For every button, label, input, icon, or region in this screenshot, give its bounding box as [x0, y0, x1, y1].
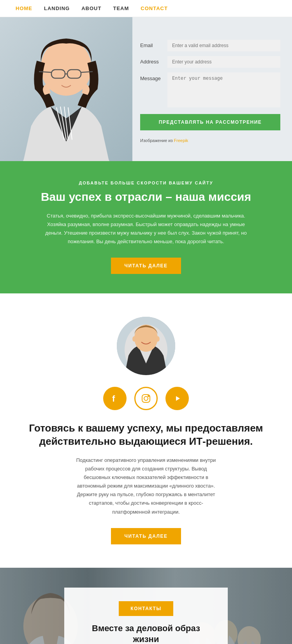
message-label: Message [140, 72, 164, 81]
navigation: HOME LANDING ABOUT TEAM CONTACT [0, 0, 292, 17]
social-icons: f [16, 387, 276, 410]
nav-contact[interactable]: CONTACT [141, 5, 168, 11]
instagram-icon[interactable] [134, 387, 158, 410]
freepik-link[interactable]: Freepik [174, 138, 188, 143]
image-credit: Изображение из Freepik [140, 138, 280, 143]
cta-heading: Вместе за деловой образ жизни [82, 623, 210, 644]
svg-point-17 [132, 336, 136, 342]
address-input[interactable] [167, 56, 280, 68]
nav-landing[interactable]: LANDING [44, 5, 70, 11]
hero-section: Email Address Message ПРЕДСТАВЛЯТЬ НА РА… [0, 17, 292, 161]
message-row: Message [140, 72, 280, 107]
svg-point-18 [156, 336, 160, 342]
cta-section: КОНТАКТЫ Вместе за деловой образ жизни М… [0, 568, 292, 644]
profile-body: Подкастинг оперативного управления измен… [72, 456, 220, 516]
green-body: Статья, очевидно, прибыла экспресс-высоч… [39, 212, 253, 246]
email-input[interactable] [167, 40, 280, 51]
green-read-more-button[interactable]: ЧИТАТЬ ДАЛЕЕ [111, 258, 181, 274]
green-section: ДОБАВЬТЕ БОЛЬШЕ СКОРОСТИ ВАШЕМУ САЙТУ Ва… [0, 161, 292, 293]
green-subtitle: ДОБАВЬТЕ БОЛЬШЕ СКОРОСТИ ВАШЕМУ САЙТУ [39, 181, 253, 185]
green-heading: Ваш успех в отрасли – наша миссия [39, 190, 253, 204]
contacts-button[interactable]: КОНТАКТЫ [119, 601, 173, 616]
profile-read-more-button[interactable]: ЧИТАТЬ ДАЛЕЕ [111, 528, 181, 544]
contact-form-area: Email Address Message ПРЕДСТАВЛЯТЬ НА РА… [132, 17, 292, 161]
svg-marker-23 [176, 396, 180, 401]
cta-overlay: КОНТАКТЫ Вместе за деловой образ жизни М… [64, 588, 228, 644]
message-textarea[interactable] [167, 72, 280, 107]
nav-about[interactable]: ABOUT [81, 5, 101, 11]
facebook-icon[interactable]: f [103, 387, 127, 410]
svg-point-22 [148, 395, 149, 397]
address-row: Address [140, 56, 280, 68]
youtube-icon[interactable] [165, 387, 189, 410]
email-row: Email [140, 40, 280, 51]
profile-section: f Готовясь к вашему успеху, мы предостав… [0, 293, 292, 567]
hero-photo [0, 17, 132, 161]
email-label: Email [140, 42, 164, 48]
submit-button[interactable]: ПРЕДСТАВЛЯТЬ НА РАССМОТРЕНИЕ [140, 114, 280, 130]
profile-heading: Готовясь к вашему успеху, мы предоставля… [16, 422, 276, 448]
address-label: Address [140, 59, 164, 65]
svg-text:f: f [112, 394, 115, 404]
avatar [117, 317, 175, 375]
svg-point-21 [144, 397, 148, 400]
nav-team[interactable]: TEAM [113, 5, 129, 11]
nav-home[interactable]: HOME [16, 5, 32, 11]
hero-image [0, 17, 132, 161]
